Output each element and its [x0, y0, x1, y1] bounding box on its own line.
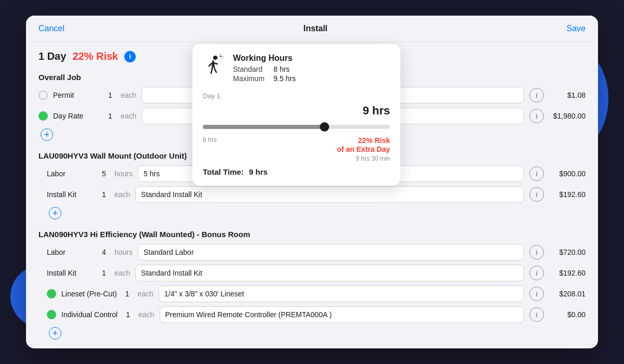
item-price-p2-kit: $192.60 [549, 269, 586, 277]
item-input-p2-lineset[interactable] [159, 285, 524, 302]
item-input-p2-kit[interactable] [135, 265, 524, 281]
item-name-p1-kit: Install Kit [47, 190, 94, 199]
slider-value-display: 9 hrs [203, 104, 390, 118]
popover-row-standard: Standard 8 hrs [233, 65, 296, 73]
slider-fill [203, 125, 324, 129]
item-name-p2-kit: Install Kit [47, 269, 94, 277]
top-bar: Cancel Install Save [26, 16, 598, 42]
risk-callout-line1: 22% Risk [337, 136, 390, 145]
popover-header: Working Hours Standard 8 hrs Maximum 9.5… [203, 54, 390, 84]
product-title-2: LAN090HYV3 Hi Efficiency (Wall Mounted) … [38, 230, 586, 239]
day-label: 1 Day [38, 50, 66, 62]
add-product2-button[interactable]: + [49, 327, 61, 340]
item-unit-p1-labor: hours [114, 170, 133, 178]
item-price-p2-control: $0.00 [549, 310, 586, 319]
save-button[interactable]: Save [567, 24, 586, 33]
list-item: Lineset (Pre-Cut) 1 each i $208.01 [47, 285, 586, 302]
item-price-p1-labor: $900.00 [549, 170, 586, 178]
item-qty-p1-kit: 1 [99, 190, 109, 199]
risk-callout-line2: of an Extra Day [337, 145, 390, 154]
status-dot-control [47, 310, 56, 319]
total-label: Total Time: [203, 167, 244, 176]
list-item: Install Kit 1 each i $192.60 [47, 186, 586, 203]
item-unit-p2-control: each [138, 310, 154, 319]
popover-value-standard: 8 hrs [274, 65, 290, 73]
slider-section: 9 hrs 8 hrs 22% Risk of an Extra Day [203, 104, 390, 162]
total-value: 9 hrs [249, 167, 268, 176]
info-button-p2-control[interactable]: i [529, 307, 544, 322]
item-input-p2-labor[interactable] [138, 244, 524, 261]
working-hours-popover: Working Hours Standard 8 hrs Maximum 9.5… [192, 44, 400, 186]
cancel-button[interactable]: Cancel [38, 24, 64, 33]
add-product1-button[interactable]: + [49, 207, 61, 219]
info-button-p2-kit[interactable]: i [529, 266, 544, 280]
modal-container: Cancel Install Save 1 Day 22% Risk i Ove… [26, 16, 598, 348]
popover-title-group: Working Hours Standard 8 hrs Maximum 9.5… [233, 54, 296, 84]
status-dot-lineset [47, 289, 56, 298]
item-unit-permit: each [121, 91, 136, 99]
popover-value-maximum: 9.5 hrs [274, 74, 296, 83]
item-input-p2-control[interactable] [160, 306, 524, 323]
slider-labels: 8 hrs [203, 136, 337, 144]
item-qty-p2-control: 1 [123, 310, 133, 319]
list-item: Install Kit 1 each i $192.60 [47, 265, 586, 281]
popover-label-maximum: Maximum [233, 74, 269, 83]
info-button-p1-labor[interactable]: i [529, 166, 544, 181]
item-unit-dayrate: each [121, 112, 136, 120]
item-unit-p2-lineset: each [138, 290, 153, 298]
item-name-p1-labor: Labor [47, 170, 94, 178]
popover-hours-rows: Standard 8 hrs Maximum 9.5 hrs [233, 65, 296, 83]
item-qty-dayrate: 1 [105, 112, 115, 120]
info-button-p1-kit[interactable]: i [529, 187, 544, 202]
item-name-p2-control: Individual Control [61, 310, 118, 319]
popover-day-label: Day 1 [203, 92, 390, 100]
item-name-p2-lineset: Lineset (Pre-Cut) [61, 290, 117, 298]
popover-label-standard: Standard [233, 65, 269, 73]
item-qty-p2-lineset: 1 [122, 290, 133, 298]
item-qty-p1-labor: 5 [99, 170, 109, 178]
popover-total-row: Total Time: 9 hrs [203, 167, 390, 176]
item-price-p1-kit: $192.60 [549, 190, 586, 199]
svg-point-0 [213, 56, 217, 60]
popover-title: Working Hours [233, 54, 296, 63]
slider-track [203, 125, 390, 129]
slider-label-max: 9 hrs 30 min [203, 155, 390, 162]
item-name-permit: Permit [53, 91, 100, 99]
item-unit-p2-kit: each [114, 269, 130, 277]
product-section-2: LAN090HYV3 Hi Efficiency (Wall Mounted) … [38, 230, 586, 340]
risk-label: 22% Risk [72, 50, 118, 62]
info-button-permit[interactable]: i [529, 88, 544, 102]
info-button-p2-lineset[interactable]: i [529, 287, 544, 301]
item-price-dayrate: $1,980.00 [549, 112, 586, 120]
popover-row-maximum: Maximum 9.5 hrs [233, 74, 296, 83]
status-dot-empty [38, 90, 48, 100]
item-name-dayrate: Day Rate [53, 112, 100, 120]
modal-title: Install [304, 24, 328, 33]
item-qty-p2-labor: 4 [99, 248, 109, 256]
slider-thumb[interactable] [320, 122, 329, 132]
info-button-p2-labor[interactable]: i [529, 245, 544, 259]
slider-label-min: 8 hrs [203, 136, 217, 144]
item-qty-p2-kit: 1 [99, 269, 109, 277]
info-button-dayrate[interactable]: i [529, 109, 544, 123]
risk-callout: 22% Risk of an Extra Day [337, 136, 390, 154]
status-dot-green [38, 111, 48, 121]
list-item: Individual Control 1 each i $0.00 [47, 306, 586, 323]
item-price-p2-lineset: $208.01 [549, 290, 586, 298]
item-qty-permit: 1 [105, 91, 115, 99]
item-input-p1-kit[interactable] [135, 186, 524, 203]
add-overall-job-button[interactable]: + [41, 128, 53, 141]
item-name-p2-labor: Labor [47, 248, 94, 256]
walker-icon [203, 54, 226, 79]
slider-current-value: 9 hrs [362, 104, 390, 118]
item-price-p2-labor: $720.00 [549, 248, 586, 256]
item-unit-p1-kit: each [114, 190, 130, 199]
list-item: Labor 4 hours i $720.00 [47, 244, 586, 261]
item-price-permit: $1.08 [549, 91, 586, 99]
item-unit-p2-labor: hours [114, 248, 133, 256]
info-icon-button[interactable]: i [124, 51, 136, 62]
slider-track-container[interactable] [203, 120, 390, 134]
